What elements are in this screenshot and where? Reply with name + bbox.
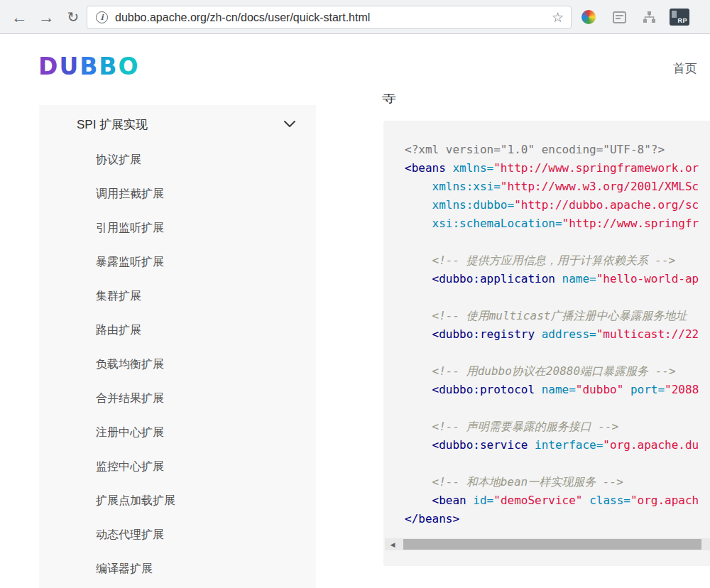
code-block: <?xml version="1.0" encoding="UTF-8"?><b… — [383, 121, 710, 566]
code-line: xsi:schemaLocation="http://www.springfr — [405, 214, 710, 233]
nav-home-link[interactable]: 首页 — [673, 60, 697, 77]
page-icon — [613, 11, 626, 23]
sidebar-item[interactable]: 引用监听扩展 — [39, 212, 316, 246]
clipped-heading-fragment: 等 — [381, 94, 398, 105]
clipped-heading-char: 等 — [381, 94, 398, 105]
sidebar-item[interactable]: 负载均衡扩展 — [39, 348, 316, 382]
code-content: <?xml version="1.0" encoding="UTF-8"?><b… — [383, 121, 710, 528]
sidebar-item[interactable]: 扩展点加载扩展 — [39, 484, 316, 518]
code-line: <beans xmlns="http://www.springframework… — [405, 159, 710, 178]
sitemap-icon — [643, 11, 656, 23]
code-line: <dubbo:application name="hello-world-ap — [405, 270, 710, 288]
sidebar-item[interactable]: 编译器扩展 — [39, 552, 316, 587]
logo-letter: B — [80, 53, 99, 80]
sidebar-item[interactable]: 监控中心扩展 — [39, 450, 316, 484]
sidebar-item[interactable]: 调用拦截扩展 — [39, 178, 316, 212]
code-line: <?xml version="1.0" encoding="UTF-8"?> — [405, 141, 710, 159]
bookmark-star-icon[interactable]: ☆ — [552, 9, 564, 26]
dubbo-logo[interactable]: DUBBO — [38, 53, 140, 80]
code-line: <!-- 声明需要暴露的服务接口 --> — [405, 418, 710, 436]
address-bar[interactable]: i dubbo.apache.org/zh-cn/docs/user/quick… — [87, 6, 572, 29]
reload-button[interactable]: ↻ — [61, 6, 85, 28]
code-line: <!-- 提供方应用信息，用于计算依赖关系 --> — [405, 251, 710, 270]
extension-sitemap-icon[interactable] — [640, 9, 657, 25]
code-line — [405, 454, 710, 473]
sidebar-item[interactable]: 注册中心扩展 — [39, 416, 316, 450]
logo-letter: B — [99, 53, 118, 80]
code-line: xmlns:xsi="http://www.w3.org/2001/XMLSc — [405, 178, 710, 196]
code-line — [405, 233, 710, 251]
code-line — [405, 288, 710, 307]
sidebar-section-spi[interactable]: SPI 扩展实现 — [39, 105, 316, 143]
extension-rp-badge[interactable]: RP — [670, 9, 689, 26]
extension-ball-icon[interactable] — [580, 9, 597, 25]
code-line: <dubbo:service interface="org.apache.du — [405, 436, 710, 454]
code-line — [405, 344, 710, 362]
code-line: <!-- 用dubbo协议在20880端口暴露服务 --> — [405, 362, 710, 381]
rp-badge-bar — [672, 11, 677, 18]
sidebar-item[interactable]: 合并结果扩展 — [39, 382, 316, 416]
browser-toolbar: ← → ↻ i dubbo.apache.org/zh-cn/docs/user… — [0, 0, 710, 34]
sidebar-section-label: SPI 扩展实现 — [77, 118, 148, 131]
url-text[interactable]: dubbo.apache.org/zh-cn/docs/user/quick-s… — [115, 11, 545, 24]
code-line: <!-- 和本地bean一样实现服务 --> — [405, 473, 710, 491]
sidebar-list: 协议扩展调用拦截扩展引用监听扩展暴露监听扩展集群扩展路由扩展负载均衡扩展合并结果… — [39, 143, 316, 587]
logo-letter: O — [119, 53, 140, 80]
extension-page-icon[interactable] — [611, 9, 628, 25]
scroll-left-button[interactable]: ◀ — [385, 538, 400, 550]
sidebar-item[interactable]: 动态代理扩展 — [39, 518, 316, 552]
code-line: <bean id="demoService" class="org.apach — [405, 491, 710, 510]
code-line: xmlns:dubbo="http://dubbo.apache.org/sc — [405, 196, 710, 214]
sidebar-item[interactable]: 路由扩展 — [39, 314, 316, 348]
code-line: </beans> — [405, 510, 710, 528]
site-header: DUBBO 首页 — [0, 34, 710, 99]
code-line: <!-- 使用multicast广播注册中心暴露服务地址 — [405, 307, 710, 325]
page-info-icon[interactable]: i — [96, 11, 108, 23]
scrollbar-thumb[interactable] — [403, 539, 701, 550]
chevron-down-icon — [283, 120, 296, 128]
code-line — [405, 399, 710, 418]
logo-letter: D — [38, 53, 59, 80]
back-button[interactable]: ← — [7, 6, 31, 28]
horizontal-scrollbar[interactable]: ◀ — [385, 538, 710, 550]
rp-badge-label: RP — [677, 17, 687, 24]
code-line: <dubbo:protocol name="dubbo" port="2088 — [405, 381, 710, 399]
sidebar-item[interactable]: 协议扩展 — [39, 143, 316, 178]
code-line: <dubbo:registry address="multicast://22 — [405, 325, 710, 344]
sidebar-item[interactable]: 暴露监听扩展 — [39, 246, 316, 280]
sidebar: SPI 扩展实现 协议扩展调用拦截扩展引用监听扩展暴露监听扩展集群扩展路由扩展负… — [39, 105, 316, 588]
page: { "browser": { "url": "dubbo.apache.org/… — [0, 0, 710, 588]
logo-letter: U — [59, 53, 80, 80]
ball-icon — [581, 10, 596, 24]
forward-button[interactable]: → — [34, 6, 58, 28]
sidebar-item[interactable]: 集群扩展 — [39, 280, 316, 314]
